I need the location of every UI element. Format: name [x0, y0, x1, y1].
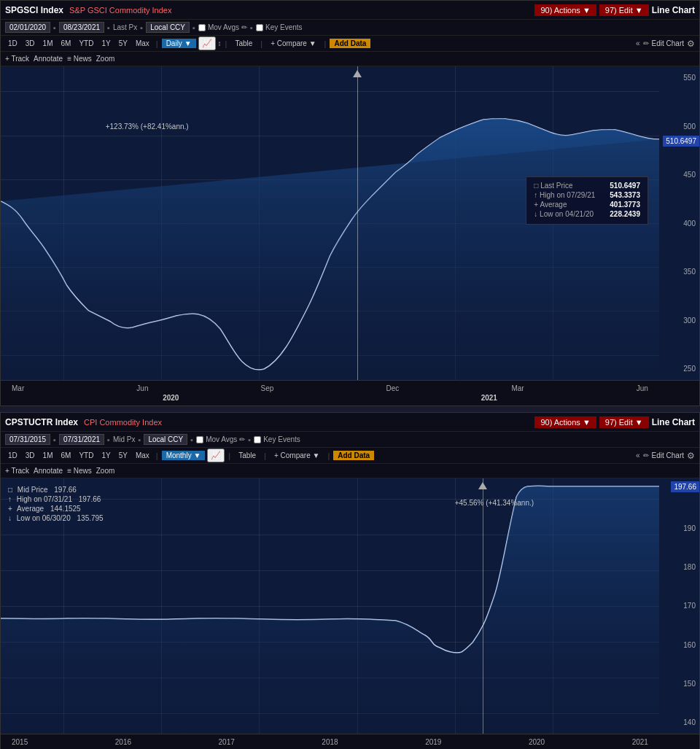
chart2-container: CPSTUCTR Index CPI Commodity Index 90) A…: [0, 412, 700, 749]
chart2-period-1y[interactable]: 1Y: [98, 451, 113, 460]
x2-2020: 2020: [529, 738, 545, 746]
chart2-date-end[interactable]: 07/31/2021: [59, 434, 104, 445]
chart1-table-button[interactable]: Table: [230, 39, 257, 48]
chart1-line-icon[interactable]: 📈: [198, 36, 216, 50]
chart2-type-label: Line Chart: [652, 417, 695, 427]
chart1-mov-avgs[interactable]: Mov Avgs ✏: [198, 23, 247, 31]
chart1-date-start[interactable]: 02/01/2020: [5, 22, 50, 33]
chart2-gear-icon[interactable]: ⚙: [687, 451, 695, 461]
y1-300: 300: [659, 317, 699, 325]
x1-jun2: Jun: [637, 384, 648, 392]
chart1-back-icon: «: [636, 39, 640, 47]
x2-2015: 2015: [12, 738, 28, 746]
chart2-period-1d[interactable]: 1D: [5, 451, 20, 460]
chart1-key-events[interactable]: Key Events: [256, 23, 303, 31]
chart2-edit-button[interactable]: 97) Edit ▼: [599, 416, 649, 428]
chart1-date-end[interactable]: 08/23/2021: [59, 22, 104, 33]
chart2-info-mid: □ Mid Price 197.66: [8, 486, 104, 494]
chart2-period-1m[interactable]: 1M: [40, 451, 56, 460]
chart2-pencil-icon: ✏: [643, 451, 649, 459]
chart2-annotate-button[interactable]: Annotate: [34, 467, 63, 475]
chart1-currency[interactable]: Local CCY: [146, 22, 190, 33]
chart1-container: SPGSCI Index S&P GSCI Commodity Index 90…: [0, 0, 700, 406]
chart2-key-events[interactable]: Key Events: [254, 435, 300, 443]
chart1-gear-icon[interactable]: ⚙: [687, 39, 695, 49]
chart2-compare-button[interactable]: + Compare ▼: [270, 451, 324, 460]
chart2-chart-area: +45.56% (+41.34%ann.) □ Mid Price 197.66…: [1, 478, 699, 734]
chart2-toolbar: 1D 3D 1M 6M YTD 1Y 5Y Max | Monthly ▼ 📈 …: [1, 448, 699, 464]
chart1-triangle: [353, 70, 362, 77]
chart1-type-label: Line Chart: [652, 5, 695, 15]
chart2-info-box: □ Mid Price 197.66 ↑ High on 07/31/21 19…: [8, 486, 104, 524]
chart1-annotate-button[interactable]: Annotate: [34, 55, 63, 63]
chart2-price-tag: 197.66: [671, 481, 699, 492]
chart2-track-button[interactable]: + Track: [5, 467, 29, 475]
chart2-actions-button[interactable]: 90) Actions ▼: [534, 416, 596, 428]
chart1-edit-chart-button[interactable]: Edit Chart: [652, 39, 684, 47]
chart2-zoom-button[interactable]: Zoom: [96, 467, 115, 475]
chart2-price-type: Mid Px: [113, 435, 136, 443]
chart2-currency[interactable]: Local CCY: [144, 434, 187, 445]
x2-2016: 2016: [115, 738, 131, 746]
chart2-table-button[interactable]: Table: [234, 451, 260, 460]
chart2-date-bar: 07/31/2015 ▪ 07/31/2021 ▪ Mid Px ▪ Local…: [1, 432, 699, 448]
chart1-period-1m[interactable]: 1M: [40, 39, 56, 48]
chart2-period-6m[interactable]: 6M: [58, 451, 74, 460]
chart1-period-3d[interactable]: 3D: [23, 39, 38, 48]
x1-mar: Mar: [12, 384, 24, 392]
x2-2018: 2018: [322, 738, 338, 746]
chart1-track-button[interactable]: + Track: [5, 55, 29, 63]
y1-500: 500: [659, 123, 699, 131]
legend-high-row: ↑ High on 07/29/21 543.3373: [534, 191, 640, 199]
x1-year-2020: 2020: [163, 394, 179, 402]
chart2-line-icon[interactable]: 📈: [207, 449, 225, 462]
chart2-info-high: ↑ High on 07/31/21 197.66: [8, 495, 104, 503]
y2-160: 160: [659, 641, 699, 649]
chart1-sub-toolbar: + Track Annotate ≡ News Zoom: [1, 52, 699, 66]
chart2-ticker-name: CPI Commodity Index: [84, 418, 534, 427]
chart1-chart-area: +123.73% (+82.41%ann.) □ Last Price 510.…: [1, 66, 699, 380]
chart1-sort-icon: ↕: [218, 39, 222, 47]
chart2-edit-chart-area: « ✏ Edit Chart ⚙: [636, 451, 695, 461]
chart1-period-1y[interactable]: 1Y: [98, 39, 113, 48]
chart2-mov-avgs[interactable]: Mov Avgs ✏: [196, 435, 245, 443]
chart1-return-annotation: +123.73% (+82.41%ann.): [106, 123, 189, 131]
chart2-add-data-button[interactable]: Add Data: [333, 451, 374, 460]
chart2-info-low: ↓ Low on 06/30/20 135.795: [8, 514, 104, 522]
chart1-compare-button[interactable]: + Compare ▼: [266, 39, 320, 48]
chart2-period-3d[interactable]: 3D: [23, 451, 38, 460]
chart1-period-1d[interactable]: 1D: [5, 39, 20, 48]
chart1-period-6m[interactable]: 6M: [58, 39, 74, 48]
chart1-period-ytd[interactable]: YTD: [76, 39, 96, 48]
x1-year-2021: 2021: [481, 394, 497, 402]
chart2-period-5y[interactable]: 5Y: [116, 451, 131, 460]
chart1-daily-dropdown[interactable]: Daily ▼: [162, 39, 196, 48]
chart2-crosshair: [483, 478, 483, 734]
chart2-triangle: [478, 482, 487, 489]
chart1-pencil-icon: ✏: [643, 39, 649, 47]
chart2-date-start[interactable]: 07/31/2015: [5, 434, 50, 445]
chart2-monthly-dropdown[interactable]: Monthly ▼: [162, 451, 206, 460]
chart1-ticker-name: S&P GSCI Commodity Index: [69, 6, 534, 15]
chart1-zoom-button[interactable]: Zoom: [96, 55, 115, 63]
chart1-actions-button[interactable]: 90) Actions ▼: [534, 4, 596, 16]
chart1-toolbar: 1D 3D 1M 6M YTD 1Y 5Y Max | Daily ▼ 📈 ↕ …: [1, 36, 699, 52]
chart2-y-axis: 200 190 180 170 160 150 140: [659, 478, 699, 734]
chart1-edit-button[interactable]: 97) Edit ▼: [599, 4, 649, 16]
chart1-period-max[interactable]: Max: [133, 39, 152, 48]
chart1-edit-chart-area: « ✏ Edit Chart ⚙: [636, 39, 695, 49]
chart2-title-bar: CPSTUCTR Index CPI Commodity Index 90) A…: [1, 413, 699, 432]
chart2-return-annotation: +45.56% (+41.34%ann.): [455, 499, 534, 507]
chart1-price-tag: 510.6497: [663, 136, 699, 147]
chart2-back-icon: «: [636, 451, 640, 459]
chart1-news-button[interactable]: ≡ News: [67, 55, 92, 63]
chart2-period-ytd[interactable]: YTD: [76, 451, 96, 460]
chart1-period-5y[interactable]: 5Y: [116, 39, 131, 48]
chart2-edit-chart-button[interactable]: Edit Chart: [652, 451, 684, 459]
chart1-add-data-button[interactable]: Add Data: [330, 39, 370, 48]
x1-mar2: Mar: [511, 384, 524, 392]
chart2-period-max[interactable]: Max: [133, 451, 152, 460]
y1-350: 350: [659, 268, 699, 276]
y2-180: 180: [659, 563, 699, 571]
chart2-news-button[interactable]: ≡ News: [67, 467, 92, 475]
